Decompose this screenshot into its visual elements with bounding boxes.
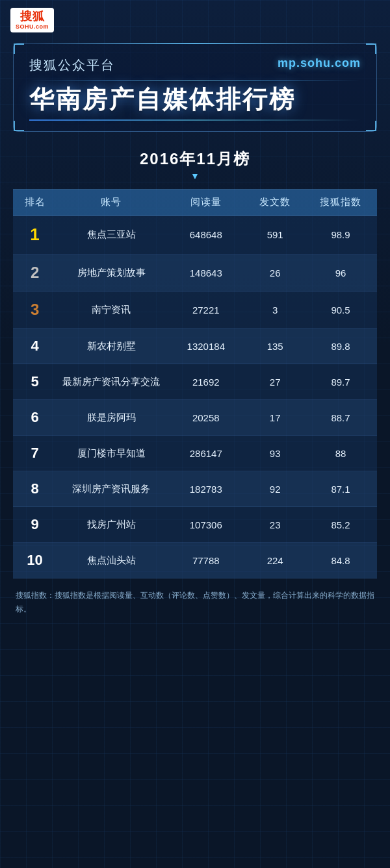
cell-posts: 27: [246, 364, 304, 400]
cell-index: 88: [304, 436, 377, 471]
cell-account: 焦点汕头站: [57, 543, 166, 578]
cell-account: 深圳房产资讯服务: [57, 471, 166, 507]
cell-index: 89.7: [304, 364, 377, 400]
cell-posts: 92: [246, 471, 304, 507]
cell-rank: 4: [13, 329, 57, 364]
cell-account: 找房广州站: [57, 507, 166, 543]
logo-latin: SOHU.com: [16, 23, 49, 30]
cell-posts: 93: [246, 436, 304, 471]
cell-posts: 3: [246, 291, 304, 329]
cell-index: 87.1: [304, 471, 377, 507]
cell-index: 85.2: [304, 507, 377, 543]
period-arrow: ▼: [13, 171, 377, 181]
table-row: 6 朕是房阿玛 20258 17 88.7: [13, 400, 377, 436]
cell-rank: 7: [13, 436, 57, 471]
cell-rank: 9: [13, 507, 57, 543]
cell-reads: 182783: [166, 471, 246, 507]
cell-posts: 591: [246, 216, 304, 254]
col-header-posts: 发文数: [246, 190, 304, 216]
cell-account: 厦门楼市早知道: [57, 436, 166, 471]
main-title: 华南房产自媒体排行榜: [29, 85, 361, 115]
col-header-rank: 排名: [13, 190, 57, 216]
table-header-row: 排名 账号 阅读量 发文数 搜狐指数: [13, 190, 377, 216]
main-content: 搜狐公众平台 mp.sohu.com 华南房产自媒体排行榜 2016年11月榜 …: [0, 43, 390, 628]
cell-index: 98.9: [304, 216, 377, 254]
cell-reads: 286147: [166, 436, 246, 471]
cell-reads: 77788: [166, 543, 246, 578]
table-row: 4 新农村别墅 1320184 135 89.8: [13, 329, 377, 364]
title-underline: [29, 119, 361, 121]
period-label: 2016年11月榜: [13, 149, 377, 169]
cell-rank: 5: [13, 364, 57, 400]
table-row: 5 最新房产资讯分享交流 21692 27 89.7: [13, 364, 377, 400]
cell-index: 96: [304, 254, 377, 291]
cell-account: 房地产策划故事: [57, 254, 166, 291]
footer-note: 搜狐指数：搜狐指数是根据阅读量、互动数（评论数、点赞数）、发文量，综合计算出来的…: [13, 578, 377, 628]
cell-reads: 648648: [166, 216, 246, 254]
cell-reads: 107306: [166, 507, 246, 543]
cell-index: 88.7: [304, 400, 377, 436]
col-header-index: 搜狐指数: [304, 190, 377, 216]
cell-rank: 6: [13, 400, 57, 436]
cell-rank: 10: [13, 543, 57, 578]
glow-divider: [29, 81, 361, 81]
cell-account: 焦点三亚站: [57, 216, 166, 254]
cell-account: 南宁资讯: [57, 291, 166, 329]
platform-banner: 搜狐公众平台 mp.sohu.com 华南房产自媒体排行榜: [13, 43, 377, 132]
period-section: 2016年11月榜 ▼: [13, 138, 377, 186]
sohu-logo: 搜狐 SOHU.com: [10, 8, 54, 32]
table-row: 9 找房广州站 107306 23 85.2: [13, 507, 377, 543]
cell-posts: 224: [246, 543, 304, 578]
cell-rank: 8: [13, 471, 57, 507]
header: 搜狐 SOHU.com: [0, 0, 390, 38]
ranking-table: 排名 账号 阅读量 发文数 搜狐指数 1 焦点三亚站 648648 591 98…: [13, 189, 377, 578]
cell-account: 最新房产资讯分享交流: [57, 364, 166, 400]
cell-reads: 148643: [166, 254, 246, 291]
cell-posts: 135: [246, 329, 304, 364]
table-row: 7 厦门楼市早知道 286147 93 88: [13, 436, 377, 471]
cell-posts: 23: [246, 507, 304, 543]
cell-index: 90.5: [304, 291, 377, 329]
cell-index: 84.8: [304, 543, 377, 578]
platform-url: mp.sohu.com: [278, 56, 361, 70]
cell-account: 朕是房阿玛: [57, 400, 166, 436]
cell-index: 89.8: [304, 329, 377, 364]
col-header-reads: 阅读量: [166, 190, 246, 216]
cell-rank: 2: [13, 254, 57, 291]
platform-label: 搜狐公众平台: [29, 56, 115, 74]
cell-reads: 20258: [166, 400, 246, 436]
col-header-account: 账号: [57, 190, 166, 216]
cell-account: 新农村别墅: [57, 329, 166, 364]
table-row: 1 焦点三亚站 648648 591 98.9: [13, 216, 377, 254]
platform-top-row: 搜狐公众平台 mp.sohu.com: [29, 56, 361, 74]
cell-reads: 27221: [166, 291, 246, 329]
cell-reads: 21692: [166, 364, 246, 400]
table-row: 3 南宁资讯 27221 3 90.5: [13, 291, 377, 329]
cell-posts: 17: [246, 400, 304, 436]
cell-posts: 26: [246, 254, 304, 291]
cell-rank: 3: [13, 291, 57, 329]
logo-chinese: 搜狐: [20, 10, 45, 23]
cell-rank: 1: [13, 216, 57, 254]
table-row: 10 焦点汕头站 77788 224 84.8: [13, 543, 377, 578]
cell-reads: 1320184: [166, 329, 246, 364]
table-row: 2 房地产策划故事 148643 26 96: [13, 254, 377, 291]
table-row: 8 深圳房产资讯服务 182783 92 87.1: [13, 471, 377, 507]
